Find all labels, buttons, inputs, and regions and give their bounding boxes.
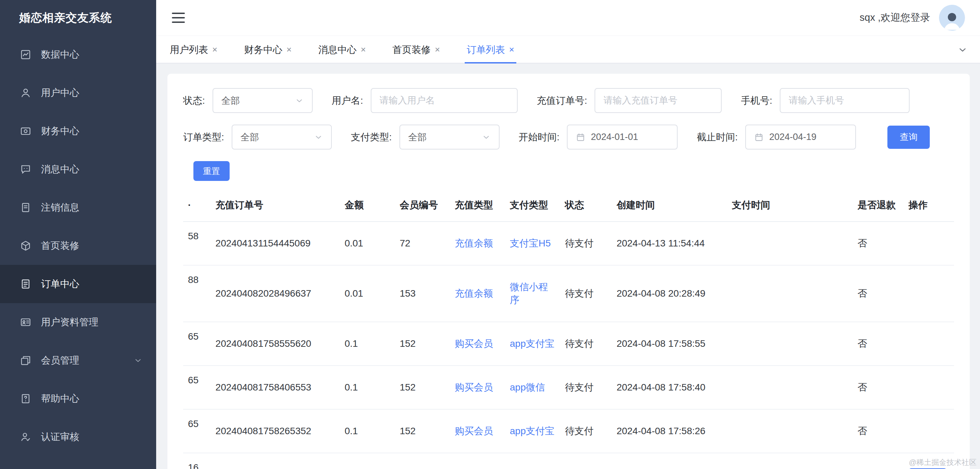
cell-amount: 0.01 (340, 222, 395, 265)
cell-member_id: 72 (395, 222, 450, 265)
avatar[interactable] (939, 5, 965, 31)
cell-refund: 否 (853, 453, 904, 469)
welcome-text: sqx ,欢迎您登录 (860, 11, 930, 25)
cell-amount: 0.01 (340, 265, 395, 322)
sidebar-item-order-center[interactable]: 订单中心 (0, 265, 156, 303)
column-header: 是否退款 (853, 189, 904, 222)
cell-created: 2024-04-08 17:58:55 (612, 322, 727, 366)
order-type-select[interactable]: 全部 (232, 125, 332, 149)
reset-row: 重置 (193, 161, 954, 181)
cell-order_no: 202404081758406553 (211, 366, 340, 409)
sidebar-item-message-center[interactable]: 消息中心 (0, 150, 156, 189)
cell-refund: 否 (853, 366, 904, 409)
page-content: 状态: 全部 用户名: 充值订单号: (156, 63, 980, 469)
data-center-icon (20, 49, 32, 60)
pay-type-select[interactable]: 全部 (399, 125, 500, 149)
calendar-icon (576, 132, 585, 142)
start-date-value: 2024-01-01 (591, 132, 638, 143)
phone-filter: 手机号: (741, 88, 910, 113)
pay-type-select-value: 全部 (408, 131, 427, 143)
tab-label: 首页装修 (393, 43, 431, 56)
order-type-select-value: 全部 (240, 131, 259, 143)
start-time-filter: 开始时间: 2024-01-01 (519, 125, 678, 149)
main-area: sqx ,欢迎您登录 用户列表×财务中心×消息中心×首页装修×订单列表× 状态: (156, 0, 980, 469)
status-label: 状态: (183, 94, 205, 107)
tabs-collapse-icon[interactable] (945, 36, 980, 63)
cell-order_no: 202402041416223650 (211, 453, 340, 469)
table-row: 652024040817582653520.1152购买会员app支付宝待支付2… (183, 409, 954, 453)
chevron-down-icon (134, 356, 143, 365)
reset-button[interactable]: 重置 (193, 161, 230, 181)
cell-created: 2024-04-08 17:58:40 (612, 366, 727, 409)
menu-toggle-icon[interactable] (172, 13, 185, 23)
top-header: sqx ,欢迎您登录 (156, 0, 980, 35)
sidebar-item-help-center[interactable]: 帮助中心 (0, 380, 156, 418)
sidebar-menu: 数据中心用户中心财务中心消息中心注销信息首页装修订单中心用户资料管理会员管理帮助… (0, 35, 156, 456)
tab-close-icon[interactable]: × (509, 44, 514, 55)
order-no-input[interactable] (595, 88, 722, 113)
column-header: 创建时间 (612, 189, 727, 222)
username-input[interactable] (371, 88, 518, 113)
cell-action (904, 265, 954, 322)
tab-user-list[interactable]: 用户列表× (168, 36, 220, 63)
sidebar-item-label: 会员管理 (41, 354, 79, 367)
cell-id: 16 (183, 453, 211, 469)
sidebar-item-finance-center[interactable]: 财务中心 (0, 112, 156, 150)
cell-member_id: 152 (395, 409, 450, 453)
search-button[interactable]: 查询 (888, 126, 930, 149)
column-header: 充值类型 (450, 189, 505, 222)
cell-created: 2024-04-08 20:28:49 (612, 265, 727, 322)
profile-manage-icon (20, 317, 32, 328)
cell-paid (727, 409, 853, 453)
tab-order-list[interactable]: 订单列表× (465, 36, 516, 63)
cell-id: 65 (183, 409, 211, 453)
tab-finance-center[interactable]: 财务中心× (242, 36, 294, 63)
end-date-input[interactable]: 2024-04-19 (745, 125, 856, 149)
cell-paid (727, 322, 853, 366)
start-time-label: 开始时间: (519, 131, 560, 144)
username-label: 用户名: (332, 94, 363, 107)
auth-audit-icon (20, 431, 32, 443)
sidebar-item-home-decor[interactable]: 首页装修 (0, 227, 156, 265)
sidebar-item-logout-info[interactable]: 注销信息 (0, 189, 156, 227)
watermark: @稀土掘金技术社区 (909, 457, 977, 467)
table-row: 582024041311544450690.0172充值余额支付宝H5待支付20… (183, 222, 954, 265)
sidebar-item-profile-manage[interactable]: 用户资料管理 (0, 303, 156, 341)
status-filter: 状态: 全部 (183, 88, 313, 113)
sidebar-item-label: 消息中心 (41, 163, 79, 176)
cell-action (904, 222, 954, 265)
cell-recharge_type: 充值余额 (450, 265, 505, 322)
status-select[interactable]: 全部 (213, 88, 313, 113)
table-row: 162024020414162236500.01135充值余额app支付宝已退款… (183, 453, 954, 469)
person-icon (941, 8, 963, 31)
cell-order_no: 202404131154445069 (211, 222, 340, 265)
phone-label: 手机号: (741, 94, 772, 107)
status-select-value: 全部 (221, 95, 240, 107)
tab-message-center[interactable]: 消息中心× (316, 36, 368, 63)
tab-close-icon[interactable]: × (212, 44, 217, 55)
tab-close-icon[interactable]: × (361, 44, 366, 55)
sidebar: 婚恋相亲交友系统 数据中心用户中心财务中心消息中心注销信息首页装修订单中心用户资… (0, 0, 156, 469)
cell-amount: 0.01 (340, 453, 395, 469)
sidebar-item-member-manage[interactable]: 会员管理 (0, 341, 156, 380)
sidebar-item-auth-audit[interactable]: 认证审核 (0, 418, 156, 456)
tab-close-icon[interactable]: × (435, 44, 440, 55)
tab-home-decor[interactable]: 首页装修× (391, 36, 442, 63)
table-row: 652024040817585556200.1152购买会员app支付宝待支付2… (183, 322, 954, 366)
tab-close-icon[interactable]: × (286, 44, 291, 55)
cell-pay_type: app支付宝 (505, 453, 560, 469)
chevron-down-icon (482, 133, 491, 142)
sidebar-item-user-center[interactable]: 用户中心 (0, 74, 156, 112)
start-date-input[interactable]: 2024-01-01 (567, 125, 678, 149)
end-time-filter: 截止时间: 2024-04-19 (697, 125, 856, 149)
order-type-label: 订单类型: (183, 131, 224, 144)
phone-input[interactable] (780, 88, 910, 113)
cell-order_no: 202404081758265352 (211, 409, 340, 453)
cell-refund: 否 (853, 409, 904, 453)
app-title: 婚恋相亲交友系统 (0, 0, 156, 35)
sidebar-item-data-center[interactable]: 数据中心 (0, 35, 156, 74)
pay-type-filter: 支付类型: 全部 (351, 125, 500, 149)
cell-pay_type: 微信小程序 (505, 265, 560, 322)
cell-status: 待支付 (560, 409, 612, 453)
cell-amount: 0.1 (340, 409, 395, 453)
